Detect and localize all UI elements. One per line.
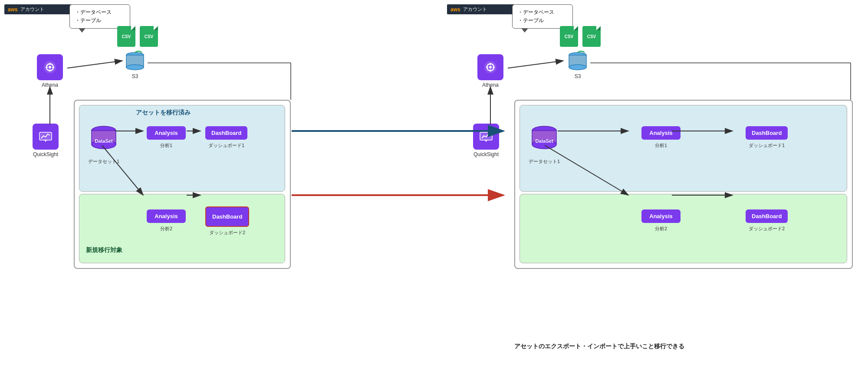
analysis2-left: Analysis 分析2 bbox=[147, 209, 186, 232]
analysis2-box-left: Analysis bbox=[147, 209, 186, 223]
callout-left: ・データベース ・テーブル bbox=[69, 4, 130, 29]
aws-header-left: aws アカウント bbox=[4, 4, 74, 14]
s3-label-left: S3 bbox=[132, 73, 138, 79]
callout-text-left: ・データベース ・テーブル bbox=[75, 9, 112, 23]
account-box-right: DataSet データセット1 Analysis 分析1 DashBoard ダ… bbox=[514, 100, 853, 269]
dataset-box-label-right: DataSet bbox=[536, 138, 553, 144]
analysis1-box-left: Analysis bbox=[147, 126, 186, 140]
analysis1-sublabel-right: 分析1 bbox=[655, 142, 667, 149]
analysis2-sublabel-right: 分析2 bbox=[655, 226, 667, 232]
csv-group-left: CSV CSV bbox=[117, 26, 158, 47]
aws-logo-right: aws bbox=[450, 7, 460, 13]
csv-icon-right-1: CSV bbox=[560, 26, 578, 47]
callout-text-right: ・データベース ・テーブル bbox=[518, 9, 554, 23]
svg-point-18 bbox=[569, 65, 586, 70]
analysis1-box-right: Analysis bbox=[641, 126, 681, 140]
dashboard1-left: DashBoard ダッシュボード1 bbox=[205, 126, 247, 149]
s3-service-right: S3 bbox=[566, 50, 589, 79]
analysis2-box-right: Analysis bbox=[641, 209, 681, 223]
s3-icon-left bbox=[124, 50, 146, 72]
dashboard2-sublabel-right: ダッシュボード2 bbox=[749, 226, 785, 232]
csv-icon-left-2: CSV bbox=[140, 26, 158, 47]
dataset-right: DataSet データセット1 bbox=[529, 123, 560, 165]
svg-point-2 bbox=[126, 65, 144, 70]
analysis1-left: Analysis 分析1 bbox=[147, 126, 186, 149]
athena-label-left: Athena bbox=[42, 82, 58, 88]
analysis2-right: Analysis 分析2 bbox=[641, 209, 681, 232]
dashboard2-left: DashBoard ダッシュボード2 bbox=[205, 206, 249, 236]
csv-group-right: CSV CSV bbox=[560, 26, 601, 47]
dataset-sublabel-right: データセット1 bbox=[529, 158, 560, 165]
svg-line-35 bbox=[67, 61, 122, 68]
blue-area-right: DataSet データセット1 Analysis 分析1 DashBoard ダ… bbox=[519, 105, 847, 192]
aws-header-right: aws アカウント bbox=[447, 4, 516, 14]
s3-icon-right bbox=[566, 50, 589, 72]
account-box-left: アセットを移行済み DataSet データセット1 Analysis 分析1 D… bbox=[74, 100, 291, 269]
dataset-box-label-left: DataSet bbox=[95, 138, 113, 144]
dashboard2-box-left: DashBoard bbox=[205, 206, 249, 227]
dataset-icon-left bbox=[89, 123, 119, 153]
analysis1-right: Analysis 分析1 bbox=[641, 126, 681, 149]
dashboard2-right: DashBoard ダッシュボード2 bbox=[746, 209, 788, 232]
dashboard2-sublabel-left: ダッシュボード2 bbox=[209, 229, 245, 236]
aws-logo-left: aws bbox=[8, 7, 18, 13]
dataset-icon-right bbox=[529, 123, 559, 153]
dashboard1-box-right: DashBoard bbox=[746, 126, 788, 140]
analysis1-sublabel-left: 分析1 bbox=[160, 142, 172, 149]
quicksight-service-right: QuickSight bbox=[473, 124, 499, 157]
green-area-right: Analysis 分析2 DashBoard ダッシュボード2 bbox=[519, 194, 847, 263]
aws-account-label-right: アカウント bbox=[463, 6, 487, 13]
callout-right: ・データベース ・テーブル bbox=[512, 4, 573, 29]
svg-point-21 bbox=[489, 66, 492, 69]
quicksight-icon-right bbox=[473, 124, 499, 150]
dataset-sublabel-left: データセット1 bbox=[88, 158, 119, 165]
dashboard2-box-right: DashBoard bbox=[746, 209, 788, 223]
athena-icon-left bbox=[37, 54, 63, 80]
svg-rect-10 bbox=[39, 132, 52, 140]
bottom-text: アセットのエクスポート・インポートで上手いこと移行できる bbox=[514, 343, 684, 350]
green-area-left: 新規移行対象 Analysis 分析2 DashBoard ダッシュボード2 bbox=[79, 194, 285, 263]
dashboard1-sublabel-left: ダッシュボード1 bbox=[208, 142, 244, 149]
dashboard1-right: DashBoard ダッシュボード1 bbox=[746, 126, 788, 149]
analysis2-sublabel-left: 分析2 bbox=[160, 226, 172, 232]
quicksight-label-left: QuickSight bbox=[33, 151, 58, 157]
csv-icon-right-2: CSV bbox=[582, 26, 601, 47]
dashboard1-sublabel-right: ダッシュボード1 bbox=[749, 142, 785, 149]
new-migrate-label-left: 新規移行対象 bbox=[86, 246, 122, 254]
aws-account-label-left: アカウント bbox=[20, 6, 44, 13]
blue-area-title-left: アセットを移行済み bbox=[136, 109, 191, 117]
s3-label-right: S3 bbox=[575, 73, 581, 79]
blue-area-left: アセットを移行済み DataSet データセット1 Analysis 分析1 D… bbox=[79, 105, 285, 192]
dashboard1-box-left: DashBoard bbox=[205, 126, 247, 140]
athena-icon-right bbox=[477, 54, 503, 80]
svg-line-43 bbox=[508, 61, 563, 68]
dataset-left: DataSet データセット1 bbox=[88, 123, 119, 165]
svg-rect-26 bbox=[480, 132, 492, 140]
quicksight-service-left: QuickSight bbox=[33, 124, 59, 157]
csv-icon-left-1: CSV bbox=[117, 26, 135, 47]
quicksight-icon-left bbox=[33, 124, 59, 150]
diagram-container: aws アカウント ・データベース ・テーブル CSV CSV S3 Athen… bbox=[0, 0, 868, 373]
athena-service-left: Athena bbox=[37, 54, 63, 88]
svg-point-5 bbox=[49, 66, 51, 69]
s3-service-left: S3 bbox=[124, 50, 146, 79]
quicksight-label-right: QuickSight bbox=[473, 151, 499, 157]
athena-service-right: Athena bbox=[477, 54, 503, 88]
athena-label-right: Athena bbox=[482, 82, 499, 88]
